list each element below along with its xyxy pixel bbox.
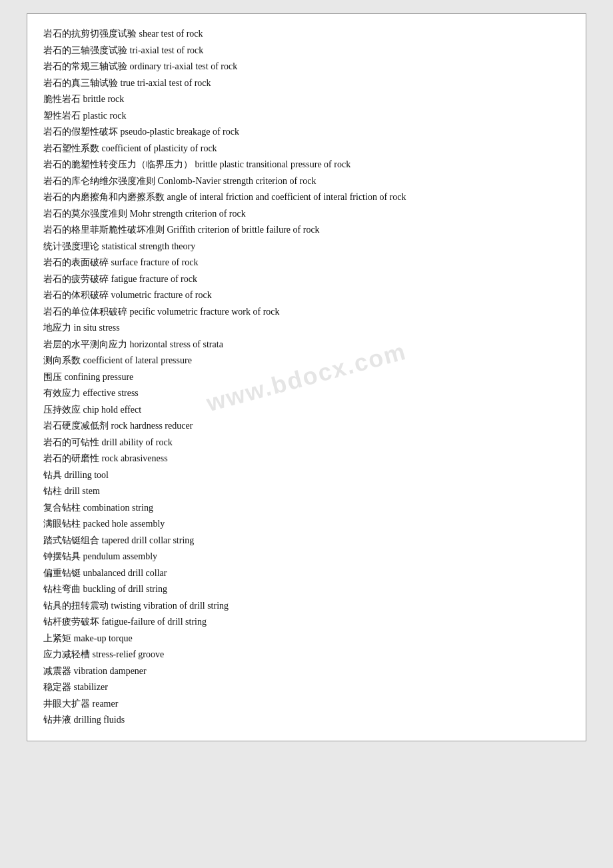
list-item: 钻柱弯曲 buckling of drill string xyxy=(43,581,570,598)
list-item: 上紧矩 make-up torque xyxy=(43,631,570,647)
list-item: 减震器 vibration dampener xyxy=(43,663,570,680)
list-item: 岩石的假塑性破坏 pseudo-plastic breakage of rock xyxy=(43,124,570,141)
list-item: 岩石的内磨擦角和内磨擦系数 angle of interal friction … xyxy=(43,189,570,206)
list-item: 岩石的疲劳破碎 fatigue fracture of rock xyxy=(43,271,570,288)
list-item: 岩石的表面破碎 surface fracture of rock xyxy=(43,255,570,271)
list-item: 稳定器 stabilizer xyxy=(43,679,570,696)
list-item: 岩层的水平测向应力 horizontal stress of strata xyxy=(43,337,570,353)
list-item: 踏式钻铤组合 tapered drill collar string xyxy=(43,533,570,549)
list-item: 塑性岩石 plastic rock xyxy=(43,108,570,125)
list-item: 有效应力 effective stress xyxy=(43,385,570,402)
list-item: 满眼钻柱 packed hole assembly xyxy=(43,516,570,533)
page-container: www.bdocx.com 岩石的抗剪切强度试验 shear test of r… xyxy=(27,13,586,741)
list-item: 钻杆疲劳破坏 fatigue-failure of drill string xyxy=(43,614,570,631)
list-item: 岩石的常规三轴试验 ordinary tri-axial test of roc… xyxy=(43,59,570,75)
list-item: 岩石的真三轴试验 true tri-axial test of rock xyxy=(43,75,570,92)
list-item: 岩石的脆塑性转变压力（临界压力） brittle plastic transit… xyxy=(43,157,570,173)
list-item: 岩石的抗剪切强度试验 shear test of rock xyxy=(43,26,570,43)
list-item: 岩石的莫尔强度准则 Mohr strength criterion of roc… xyxy=(43,206,570,223)
list-item: 复合钻柱 combination string xyxy=(43,500,570,517)
list-item: 岩石的体积破碎 volumetric fracture of rock xyxy=(43,287,570,304)
list-item: 钻柱 drill stem xyxy=(43,483,570,500)
list-item: 井眼大扩器 reamer xyxy=(43,696,570,713)
list-item: 岩石塑性系数 coefficient of plasticity of rock xyxy=(43,141,570,157)
list-item: 统计强度理论 statistical strength theory xyxy=(43,239,570,255)
list-item: 测向系数 coefficient of lateral pressure xyxy=(43,353,570,369)
list-item: 地应力 in situ stress xyxy=(43,320,570,337)
list-item: 岩石的可钻性 drill ability of rock xyxy=(43,435,570,451)
list-item: 应力减轻槽 stress-relief groove xyxy=(43,647,570,663)
list-item: 钻井液 drilling fluids xyxy=(43,712,570,729)
list-item: 岩石的库仑纳维尔强度准则 Conlomb-Navier strength cri… xyxy=(43,173,570,190)
list-item: 岩石硬度减低剂 rock hardness reducer xyxy=(43,418,570,435)
list-item: 压持效应 chip hold effect xyxy=(43,402,570,419)
list-item: 脆性岩石 brittle rock xyxy=(43,91,570,108)
list-item: 岩石的研磨性 rock abrasiveness xyxy=(43,451,570,467)
list-item: 钻具的扭转震动 twisting vibration of drill stri… xyxy=(43,598,570,615)
term-list: 岩石的抗剪切强度试验 shear test of rock岩石的三轴强度试验 t… xyxy=(43,26,570,729)
list-item: 钻具 drilling tool xyxy=(43,467,570,484)
list-item: 偏重钻铤 unbalanced drill collar xyxy=(43,565,570,582)
list-item: 岩石的三轴强度试验 tri-axial test of rock xyxy=(43,43,570,59)
list-item: 岩石的单位体积破碎 pecific volumetric fracture wo… xyxy=(43,304,570,321)
list-item: 围压 confining pressure xyxy=(43,369,570,386)
list-item: 岩石的格里菲斯脆性破坏准则 Griffith criterion of brit… xyxy=(43,222,570,239)
list-item: 钟摆钻具 pendulum assembly xyxy=(43,549,570,565)
